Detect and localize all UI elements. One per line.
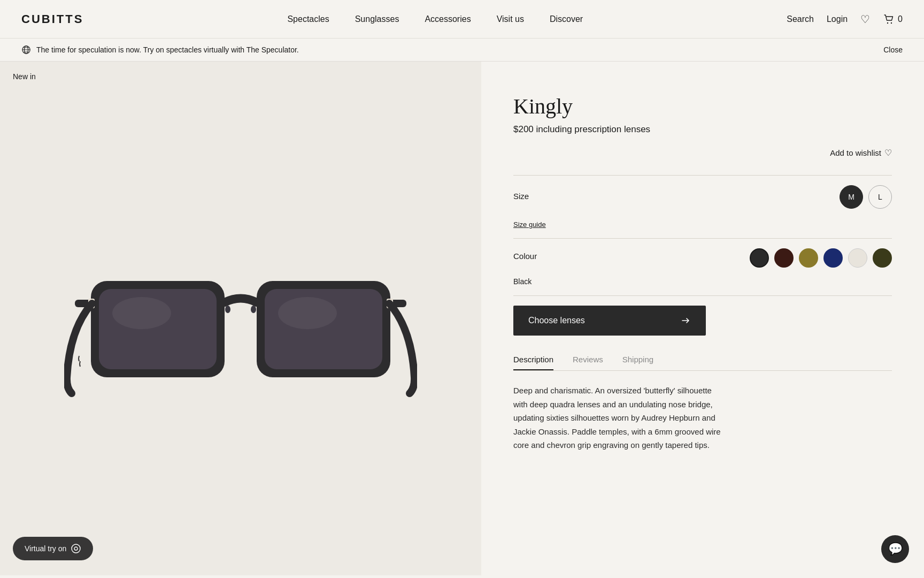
login-link[interactable]: Login — [827, 14, 848, 24]
divider-1 — [513, 175, 892, 176]
nav-accessories[interactable]: Accessories — [425, 14, 471, 24]
cart-count: 0 — [898, 14, 903, 24]
cart-area[interactable]: 0 — [883, 13, 903, 25]
header: CUBITTS Spectacles Sunglasses Accessorie… — [0, 0, 924, 39]
nav-discover[interactable]: Discover — [550, 14, 583, 24]
chat-icon: 💬 — [888, 542, 903, 556]
colour-olive-gold-swatch[interactable] — [799, 248, 818, 268]
globe-icon — [21, 45, 31, 55]
svg-point-15 — [225, 306, 230, 313]
product-title: Kingly — [513, 94, 892, 119]
choose-lenses-button[interactable]: Choose lenses — [513, 306, 706, 336]
product-image — [0, 62, 481, 575]
svg-point-19 — [72, 544, 80, 553]
arrow-right-icon — [680, 315, 691, 326]
divider-3 — [513, 295, 892, 296]
main-nav: Spectacles Sunglasses Accessories Visit … — [287, 14, 583, 24]
colour-light-swatch[interactable] — [848, 248, 867, 268]
wishlist-row: Add to wishlist ♡ — [513, 148, 892, 158]
colour-dark-olive-swatch[interactable] — [873, 248, 892, 268]
tab-shipping[interactable]: Shipping — [622, 355, 653, 370]
divider-2 — [513, 238, 892, 239]
heart-icon: ♡ — [884, 148, 892, 158]
colour-black-swatch[interactable] — [750, 248, 769, 268]
colour-dark-brown-swatch[interactable] — [774, 248, 794, 268]
nav-sunglasses[interactable]: Sunglasses — [355, 14, 399, 24]
banner-text: The time for speculation is now. Try on … — [36, 45, 299, 54]
size-m-button[interactable]: M — [840, 185, 863, 209]
banner-content: The time for speculation is now. Try on … — [21, 45, 299, 55]
virtual-try-on-label: Virtual try on — [25, 544, 66, 553]
size-section: Size M L Size guide — [513, 185, 892, 229]
new-in-badge: New in — [13, 72, 36, 81]
svg-point-17 — [112, 297, 171, 329]
tab-description[interactable]: Description — [513, 355, 553, 370]
nav-visit-us[interactable]: Visit us — [497, 14, 524, 24]
close-banner-button[interactable]: Close — [883, 45, 903, 54]
try-on-icon — [71, 543, 81, 554]
svg-point-18 — [278, 297, 337, 329]
logo[interactable]: CUBITTS — [21, 12, 83, 26]
size-guide-link[interactable]: Size guide — [513, 220, 892, 229]
colour-options — [750, 248, 892, 268]
product-details-panel: Kingly $200 including prescription lense… — [481, 62, 924, 575]
product-description: Deep and charismatic. An oversized 'butt… — [513, 384, 727, 452]
chat-button[interactable]: 💬 — [881, 535, 909, 563]
header-right: Search Login ♡ 0 — [787, 13, 903, 26]
svg-point-1 — [891, 22, 892, 23]
size-l-button[interactable]: L — [868, 185, 892, 209]
colour-section: Colour Black — [513, 248, 892, 286]
colour-label: Colour — [513, 252, 537, 261]
svg-point-0 — [887, 22, 888, 23]
colour-navy-swatch[interactable] — [823, 248, 843, 268]
wishlist-label: Add to wishlist — [830, 148, 881, 157]
sunglasses-illustration — [64, 195, 417, 442]
wishlist-icon[interactable]: ♡ — [860, 13, 870, 26]
svg-point-16 — [251, 306, 256, 313]
product-price: $200 including prescription lenses — [513, 124, 892, 135]
add-to-wishlist-button[interactable]: Add to wishlist ♡ — [830, 148, 892, 158]
virtual-try-on-button[interactable]: Virtual try on — [13, 537, 93, 560]
choose-lenses-label: Choose lenses — [528, 316, 585, 325]
announcement-banner: The time for speculation is now. Try on … — [0, 39, 924, 62]
search-link[interactable]: Search — [787, 14, 814, 24]
size-options: M L — [840, 185, 892, 209]
tab-reviews[interactable]: Reviews — [573, 355, 603, 370]
svg-point-20 — [74, 547, 78, 550]
nav-spectacles[interactable]: Spectacles — [287, 14, 329, 24]
colour-name: Black — [513, 277, 892, 286]
product-image-panel: New in — [0, 62, 481, 575]
size-label: Size — [513, 192, 529, 201]
cart-icon — [883, 13, 895, 25]
product-tabs: Description Reviews Shipping — [513, 355, 892, 371]
main-content: New in — [0, 62, 924, 575]
